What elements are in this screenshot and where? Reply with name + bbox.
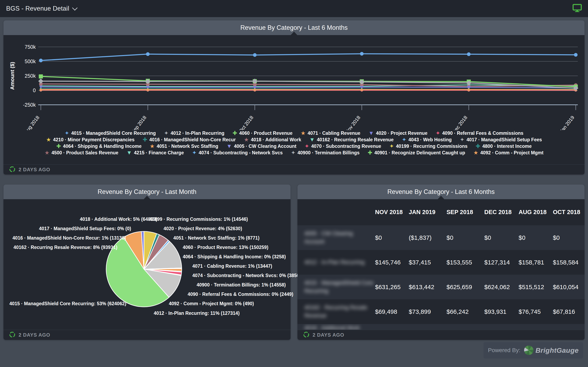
pie-chart-title: Revenue By Category - Last Month bbox=[98, 188, 196, 196]
svg-text:500k: 500k bbox=[25, 58, 36, 64]
brightgauge-wordmark: BrightGauge bbox=[536, 346, 579, 354]
legend-item[interactable]: ✦4043 · Web Hosting bbox=[402, 137, 452, 142]
table-cell: $76,745 bbox=[517, 308, 551, 315]
monitor-icon[interactable] bbox=[572, 4, 582, 13]
pie-slice-label: 4016 · ManagedShield Non-Core Recur: 1% … bbox=[12, 235, 126, 241]
pie-slice-label: 40199 · Recurring Commissions: 1% (14546… bbox=[149, 217, 248, 222]
brightgauge-logo[interactable]: BrightGauge bbox=[524, 346, 579, 355]
series-label: 4074 · Subcontracting - Network Svcs bbox=[199, 150, 283, 156]
table-cell: $0 bbox=[445, 234, 483, 241]
table-cell: $153,555 bbox=[445, 259, 483, 266]
series-marker-icon: ★ bbox=[301, 131, 305, 136]
legend-item[interactable]: ▼40162 · Recurring Resale Revenue bbox=[309, 137, 394, 142]
table-cell: $73,899 bbox=[407, 308, 445, 315]
table-column-header: NOV 2018 bbox=[373, 208, 407, 216]
table-cell: $127,314 bbox=[483, 259, 517, 266]
legend-item[interactable]: ✦4015 · ManagedShield Core Recurring bbox=[65, 131, 156, 136]
legend-item[interactable]: ✚4060 · Product Revenue bbox=[233, 131, 292, 136]
legend-item[interactable]: ★4071 · Cabling Revenue bbox=[301, 131, 360, 136]
line-chart[interactable]: 750k500k250k0-250kAmount ($)Aug 2018Sep … bbox=[3, 35, 585, 130]
pie-chart-panel: Revenue By Category - Last Month 4018 · … bbox=[3, 184, 291, 340]
series-label: 4071 · Cabling Revenue bbox=[308, 131, 360, 136]
refresh-icon[interactable] bbox=[9, 331, 16, 339]
last-updated-status: 2 DAYS AGO bbox=[18, 332, 50, 338]
pie-chart[interactable] bbox=[104, 229, 184, 309]
row-label-redacted: 4018 · Additional Work bbox=[297, 324, 373, 330]
series-marker-icon: ▼ bbox=[369, 131, 374, 136]
dashboard-title[interactable]: BGS - Revenue Detail bbox=[6, 5, 69, 12]
series-marker-icon: ✦ bbox=[402, 137, 406, 142]
table-column-header: AUG 2018 bbox=[517, 208, 551, 216]
pie-footer: 2 DAYS AGO bbox=[3, 330, 291, 340]
legend-item[interactable]: ✦40199 · Recurring Commissions bbox=[389, 143, 467, 149]
table-cell: $145,746 bbox=[373, 259, 407, 266]
table-cell: $0 bbox=[483, 234, 517, 241]
table-cell: $613,442 bbox=[407, 284, 445, 291]
legend-row: ✚4064 · Shipping & Handling Income★4051 … bbox=[56, 143, 532, 149]
legend-item[interactable]: ★4500 · Product Sales Revenue bbox=[44, 150, 118, 156]
series-label: 4005 · CW Clearing Account bbox=[234, 143, 296, 149]
series-label: 40199 · Recurring Commissions bbox=[396, 143, 467, 149]
legend-item[interactable]: ✦4074 · Subcontracting - Network Svcs bbox=[192, 150, 283, 156]
header-notch bbox=[144, 196, 150, 199]
series-label: 40900 · Termination Billings bbox=[297, 150, 360, 156]
table-cell: $0 bbox=[373, 234, 407, 241]
refresh-icon[interactable] bbox=[303, 331, 310, 339]
svg-text:Oct 2018: Oct 2018 bbox=[238, 115, 254, 130]
powered-by-badge: Powered By: BrightGauge bbox=[484, 342, 583, 359]
header-notch bbox=[291, 32, 297, 35]
legend-item[interactable]: ▼4020 · Project Revenue bbox=[369, 131, 428, 136]
legend-item[interactable]: ★4092 · Comm - Project Mgmt bbox=[473, 150, 544, 156]
table-row: 4018 · Additional Work bbox=[297, 324, 585, 330]
legend-item[interactable]: ▼4215 · Finance Charge bbox=[127, 150, 184, 156]
legend-item[interactable]: ✚4064 · Shipping & Handling Income bbox=[56, 143, 141, 149]
legend-row: ★4210 · Minor Payment Discrepancies✚4016… bbox=[46, 137, 542, 142]
table-column-header: JAN 2019 bbox=[407, 208, 445, 216]
pie-slice-label: 4092 · Comm - Project Mgmt: 0% (490) bbox=[169, 301, 254, 307]
series-marker-icon: ✦ bbox=[460, 137, 465, 142]
pie-slice-label: 4017 · ManagedShield Setup Fees: 0% (0) bbox=[39, 226, 131, 231]
table-panel: Revenue By Category - Last 6 Months NOV … bbox=[297, 184, 585, 340]
refresh-icon[interactable] bbox=[9, 166, 16, 174]
brightgauge-pinwheel-icon bbox=[524, 346, 534, 355]
series-marker-icon: ✦ bbox=[305, 143, 309, 149]
series-label: 4020 · Project Revenue bbox=[376, 131, 428, 136]
table-footer: 2 DAYS AGO bbox=[297, 330, 585, 340]
series-label: 4070 · Subcontracting Revenue bbox=[311, 143, 381, 149]
chevron-down-icon[interactable] bbox=[72, 5, 78, 11]
line-chart-footer: 2 DAYS AGO bbox=[3, 164, 585, 175]
table-row: 4015 · ManagedShield Core Recurring$631,… bbox=[297, 275, 585, 299]
legend-row: ★4500 · Product Sales Revenue▼4215 · Fin… bbox=[44, 150, 544, 156]
series-label: 4210 · Minor Payment Discrepancies bbox=[53, 137, 135, 142]
legend-item[interactable]: ✚4016 · ManagedShield Non-Core Recur bbox=[143, 137, 236, 142]
series-label: 4015 · ManagedShield Core Recurring bbox=[71, 131, 156, 136]
legend-item[interactable]: ✦4012 · In-Plan Recurring bbox=[164, 131, 224, 136]
table-cell: $515,512 bbox=[517, 284, 551, 291]
table-row: 40162 · Recurring Resale Revenue$69,498$… bbox=[297, 299, 585, 324]
revenue-table[interactable]: NOV 2018JAN 2019SEP 2018DEC 2018AUG 2018… bbox=[297, 199, 585, 330]
series-label: 4051 · Network Svc Staffing bbox=[156, 143, 218, 149]
series-label: 4092 · Comm - Project Mgmt bbox=[480, 150, 544, 156]
legend-item[interactable]: ★4051 · Network Svc Staffing bbox=[150, 143, 218, 149]
svg-text:Dec 2018: Dec 2018 bbox=[451, 115, 468, 130]
table-cell: $610,054 bbox=[551, 284, 585, 291]
legend-item[interactable]: ✦40900 · Termination Billings bbox=[291, 150, 360, 156]
series-label: 4043 · Web Hosting bbox=[408, 137, 452, 142]
legend-item[interactable]: ▼4005 · CW Clearing Account bbox=[226, 143, 296, 149]
svg-text:Nov 2018: Nov 2018 bbox=[344, 115, 361, 130]
legend-item[interactable]: ✚4800 · Interest Income bbox=[476, 143, 532, 149]
line-chart-panel: Revenue By Category - Last 6 Months 750k… bbox=[3, 20, 585, 175]
table-cell: $0 bbox=[517, 234, 551, 241]
pie-slice-label: 40900 · Termination Billings: 1% (14558) bbox=[197, 282, 286, 288]
pie-slice-label: 4020 · Project Revenue: 4% (52630) bbox=[164, 226, 242, 231]
row-label-redacted: 4012 · In-Plan Recurring bbox=[297, 258, 373, 266]
legend-item[interactable]: ✦4090 · Referral Fees & Commissions bbox=[435, 131, 523, 136]
svg-text:Jan 2019: Jan 2019 bbox=[559, 115, 575, 130]
legend-item[interactable]: ★4210 · Minor Payment Discrepancies bbox=[46, 137, 135, 142]
legend-item[interactable]: ✦4070 · Subcontracting Revenue bbox=[305, 143, 381, 149]
series-marker-icon: ▼ bbox=[226, 143, 232, 149]
legend-item[interactable]: ✚40901 · Recognize Delinquent Caught up bbox=[368, 150, 465, 156]
series-marker-icon: ▼ bbox=[127, 150, 132, 156]
legend-item[interactable]: ✦4017 · ManagedShield Setup Fees bbox=[460, 137, 542, 142]
legend-item[interactable]: ★4018 · Additional Work bbox=[244, 137, 301, 142]
